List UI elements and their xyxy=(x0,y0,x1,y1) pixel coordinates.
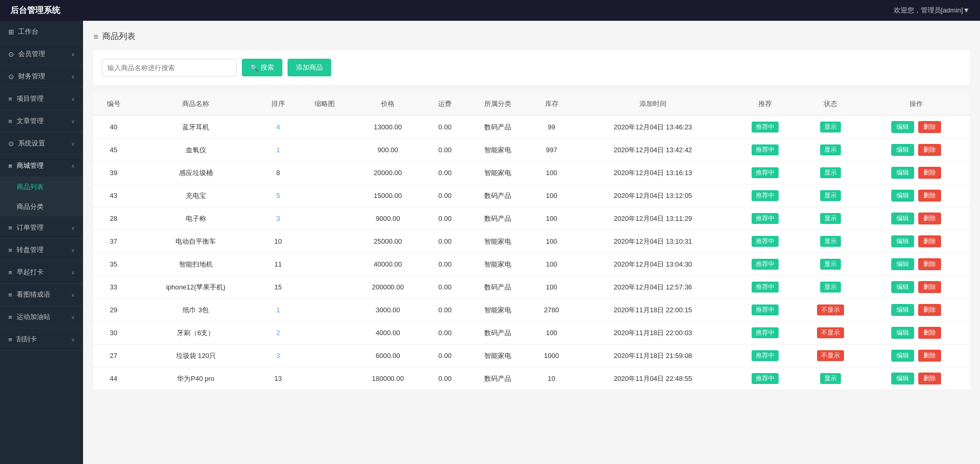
cell-name: 感应垃圾桶 xyxy=(133,162,258,184)
cell-sort: 2 xyxy=(258,322,298,344)
order-icon: ≡ xyxy=(8,224,12,232)
cell-add-time: 2020年12月04日 12:57:36 xyxy=(573,276,733,299)
delete-button[interactable]: 删除 xyxy=(918,144,941,156)
finance-icon: ⊙ xyxy=(8,73,14,81)
edit-button[interactable]: 编辑 xyxy=(891,350,914,362)
edit-button[interactable]: 编辑 xyxy=(891,144,914,156)
cell-freight: 0.00 xyxy=(425,299,465,322)
delete-button[interactable]: 删除 xyxy=(918,304,941,316)
layout: ⊞ 工作台 ⊙ 会员管理 ∨ ⊙ 财务管理 ∨ ≡ 项目管理 ∨ xyxy=(0,21,980,464)
cell-thumb xyxy=(298,184,351,207)
cell-action: 编辑 删除 xyxy=(863,184,970,207)
edit-button[interactable]: 编辑 xyxy=(891,167,914,179)
chevron-right-icon: ∨ xyxy=(71,74,75,79)
cell-freight: 0.00 xyxy=(425,162,465,184)
sidebar-item-order[interactable]: ≡ 订单管理 ∨ xyxy=(0,217,83,239)
sidebar-item-sports[interactable]: ≡ 运动加油站 ∨ xyxy=(0,306,83,328)
delete-button[interactable]: 删除 xyxy=(918,213,941,224)
member-icon: ⊙ xyxy=(8,50,14,58)
edit-button[interactable]: 编辑 xyxy=(891,190,914,202)
cell-add-time: 2020年12月04日 13:16:13 xyxy=(573,162,733,184)
chevron-right-icon: ∨ xyxy=(71,51,75,57)
delete-button[interactable]: 删除 xyxy=(918,327,941,339)
sidebar-item-turntable[interactable]: ≡ 转盘管理 ∨ xyxy=(0,239,83,261)
cell-sort: 13 xyxy=(258,367,298,390)
edit-button[interactable]: 编辑 xyxy=(891,281,914,293)
cell-sort: 15 xyxy=(258,276,298,299)
add-product-button[interactable]: 添加商品 xyxy=(288,59,331,76)
chevron-right-icon: ∨ xyxy=(71,270,75,275)
toolbar: 🔍 搜索 添加商品 xyxy=(93,50,970,85)
edit-button[interactable]: 编辑 xyxy=(891,121,914,133)
cell-sort: 3 xyxy=(258,207,298,230)
sidebar-label-finance: 财务管理 xyxy=(18,72,45,81)
delete-button[interactable]: 删除 xyxy=(918,258,941,270)
sidebar-item-product-list[interactable]: 商品列表 xyxy=(0,177,83,197)
cell-recommend: 推荐中 xyxy=(733,184,798,207)
cell-id: 30 xyxy=(93,322,133,344)
sidebar-label-checkin: 早起打卡 xyxy=(17,268,44,277)
cell-name: iphone12(苹果手机) xyxy=(133,276,258,299)
col-add-time: 添加时间 xyxy=(573,93,733,115)
delete-button[interactable]: 删除 xyxy=(918,190,941,202)
search-button[interactable]: 🔍 搜索 xyxy=(242,59,282,76)
cell-category: 智能家电 xyxy=(465,162,530,184)
project-icon: ≡ xyxy=(8,95,12,103)
cell-recommend: 推荐中 xyxy=(733,344,798,367)
cell-sort: 3 xyxy=(258,344,298,367)
cell-thumb xyxy=(298,276,351,299)
sidebar-item-product-category[interactable]: 商品分类 xyxy=(0,197,83,217)
cell-name: 纸巾 3包 xyxy=(133,299,258,322)
search-input[interactable] xyxy=(102,59,237,76)
sidebar-item-shop[interactable]: ≡ 商城管理 ∧ xyxy=(0,155,83,177)
sidebar-item-member[interactable]: ⊙ 会员管理 ∨ xyxy=(0,43,83,65)
edit-button[interactable]: 编辑 xyxy=(891,304,914,316)
cell-stock: 100 xyxy=(530,162,573,184)
delete-button[interactable]: 删除 xyxy=(918,121,941,133)
cell-price: 25000.00 xyxy=(351,230,425,253)
sidebar-item-idiom[interactable]: ≡ 看图猜成语 ∨ xyxy=(0,284,83,306)
sidebar-item-settings[interactable]: ⊙ 系统设置 ∨ xyxy=(0,132,83,155)
top-header: 后台管理系统 欢迎您，管理员[admin]▼ xyxy=(0,0,980,21)
sidebar-item-scratch[interactable]: ≡ 刮刮卡 ∨ xyxy=(0,328,83,351)
sidebar-item-finance[interactable]: ⊙ 财务管理 ∨ xyxy=(0,65,83,88)
cell-name: 牙刷（6支） xyxy=(133,322,258,344)
sidebar-item-workbench[interactable]: ⊞ 工作台 xyxy=(0,21,83,43)
cell-status: 显示 xyxy=(798,276,863,299)
edit-button[interactable]: 编辑 xyxy=(891,327,914,339)
sidebar-label-settings: 系统设置 xyxy=(18,139,45,148)
chevron-right-icon: ∨ xyxy=(71,118,75,124)
delete-button[interactable]: 删除 xyxy=(918,235,941,247)
edit-button[interactable]: 编辑 xyxy=(891,373,914,385)
cell-price: 4000.00 xyxy=(351,322,425,344)
col-freight: 运费 xyxy=(425,93,465,115)
cell-category: 智能家电 xyxy=(465,139,530,162)
col-id: 编号 xyxy=(93,93,133,115)
cell-add-time: 2020年12月04日 13:42:42 xyxy=(573,139,733,162)
page-title-text: 商品列表 xyxy=(102,31,135,42)
chevron-right-icon: ∨ xyxy=(71,141,75,147)
edit-button[interactable]: 编辑 xyxy=(891,258,914,270)
cell-stock: 99 xyxy=(530,115,573,139)
cell-action: 编辑 删除 xyxy=(863,344,970,367)
cell-action: 编辑 删除 xyxy=(863,162,970,184)
sidebar-label-scratch: 刮刮卡 xyxy=(17,335,37,344)
cell-add-time: 2020年11月18日 22:00:15 xyxy=(573,299,733,322)
cell-action: 编辑 删除 xyxy=(863,207,970,230)
cell-category: 数码产品 xyxy=(465,115,530,139)
delete-button[interactable]: 删除 xyxy=(918,373,941,385)
sidebar-item-project[interactable]: ≡ 项目管理 ∨ xyxy=(0,88,83,110)
delete-button[interactable]: 删除 xyxy=(918,167,941,179)
delete-button[interactable]: 删除 xyxy=(918,281,941,293)
sidebar-item-checkin[interactable]: ≡ 早起打卡 ∨ xyxy=(0,261,83,284)
delete-button[interactable]: 删除 xyxy=(918,350,941,362)
sidebar-item-article[interactable]: ≡ 文章管理 ∨ xyxy=(0,110,83,132)
cell-status: 显示 xyxy=(798,230,863,253)
main-content: ≡ 商品列表 🔍 搜索 添加商品 编号 商品名称 排序 缩略图 xyxy=(83,21,980,464)
user-info[interactable]: 欢迎您，管理员[admin]▼ xyxy=(894,6,970,15)
sidebar-label-idiom: 看图猜成语 xyxy=(17,290,50,299)
edit-button[interactable]: 编辑 xyxy=(891,235,914,247)
cell-category: 数码产品 xyxy=(465,184,530,207)
edit-button[interactable]: 编辑 xyxy=(891,213,914,224)
cell-thumb xyxy=(298,253,351,276)
